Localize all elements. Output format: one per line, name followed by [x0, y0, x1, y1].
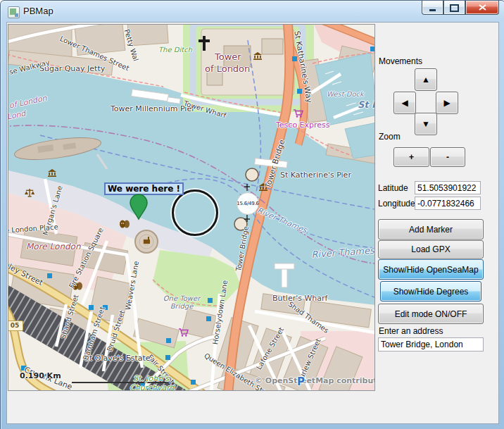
- map-label-more-london: More London: [26, 242, 81, 251]
- map-label-west-dock: West Dock: [327, 90, 364, 98]
- map-label-tower-of-london-1: Tower: [215, 52, 241, 62]
- minimize-button[interactable]: [422, 1, 443, 15]
- map-label-one-tower-bridge: One Tower Bridge: [160, 294, 203, 310]
- parking-icon: P: [297, 375, 305, 388]
- longitude-label: Longitude: [378, 199, 415, 209]
- movements-label: Movements: [379, 56, 422, 66]
- map-label-butlers-wharf: Butler's Wharf: [272, 294, 327, 303]
- map-scale-label: 0.190 Km: [20, 372, 61, 380]
- load-gpx-button[interactable]: Load GPX: [378, 240, 484, 259]
- move-up-button[interactable]: ▲: [415, 68, 437, 91]
- latitude-input[interactable]: [415, 181, 481, 194]
- move-down-button[interactable]: ▼: [415, 113, 437, 135]
- minimize-icon: [429, 9, 436, 11]
- longitude-input[interactable]: [415, 197, 481, 210]
- map-label-st-johns-churchyard-2: Churchyard: [130, 384, 175, 391]
- toggle-openseamap-button[interactable]: Show/Hide OpenSeaMap: [378, 259, 484, 280]
- map-marker-pin[interactable]: [128, 194, 149, 220]
- map-circle-overlay: [172, 189, 218, 236]
- app-window: PBMap: [0, 0, 504, 429]
- caption-buttons: [422, 1, 499, 15]
- map-label-tesco-express: Tesco Express: [276, 121, 330, 130]
- address-input[interactable]: [378, 337, 484, 352]
- map-label-the-ditch: The Ditch: [158, 46, 192, 54]
- route-shield: 05: [8, 321, 23, 331]
- map-label-st-katharine-docks: St Ka: [358, 100, 375, 110]
- maximize-button[interactable]: [443, 1, 465, 15]
- add-marker-button[interactable]: Add Marker: [378, 219, 484, 240]
- zoom-in-button[interactable]: +: [393, 147, 429, 167]
- app-icon: [8, 6, 20, 18]
- map-label-st-johns-churchyard-1: St. John's: [133, 375, 169, 383]
- seamark-depth-value: 15.6/49.6: [237, 201, 259, 206]
- latitude-label: Latitude: [378, 183, 408, 193]
- zoom-out-button[interactable]: -: [430, 147, 465, 167]
- move-right-button[interactable]: ▶: [436, 92, 458, 114]
- address-label: Enter an address: [379, 326, 443, 336]
- toggle-degrees-button[interactable]: Show/Hide Degrees: [380, 281, 481, 301]
- scoop-amphitheatre: [135, 230, 158, 253]
- map-label-sugar-quay-jetty: Sugar Quay Jetty: [39, 65, 105, 73]
- map-label-tower-of-london-2: of London: [205, 64, 250, 74]
- map-canvas[interactable]: se Walkway Lower Thames Street Petty Wal…: [8, 24, 375, 391]
- seamark-depth-bubble: 15.6/49.6: [237, 192, 259, 215]
- map-label-st-katherines-pier: St Katherine's Pier: [280, 171, 351, 180]
- right-arrow-icon: ▶: [443, 98, 450, 108]
- left-arrow-icon: ◀: [401, 98, 408, 108]
- close-icon: [479, 4, 486, 11]
- up-arrow-icon: ▲: [422, 75, 430, 85]
- move-left-button[interactable]: ◀: [393, 92, 416, 114]
- window-title: PBMap: [23, 6, 53, 16]
- map-label-st-olaves-estate: St Olave's Estate: [84, 354, 151, 363]
- zoom-label: Zoom: [379, 132, 401, 142]
- down-arrow-icon: ▼: [422, 119, 430, 129]
- titlebar[interactable]: PBMap: [1, 1, 504, 22]
- edit-mode-button[interactable]: Edit mode ON/OFF: [378, 304, 484, 324]
- map-attribution: © OpenStreetMap contributors: [255, 377, 375, 385]
- maximize-icon: [450, 4, 459, 12]
- close-button[interactable]: [465, 1, 499, 15]
